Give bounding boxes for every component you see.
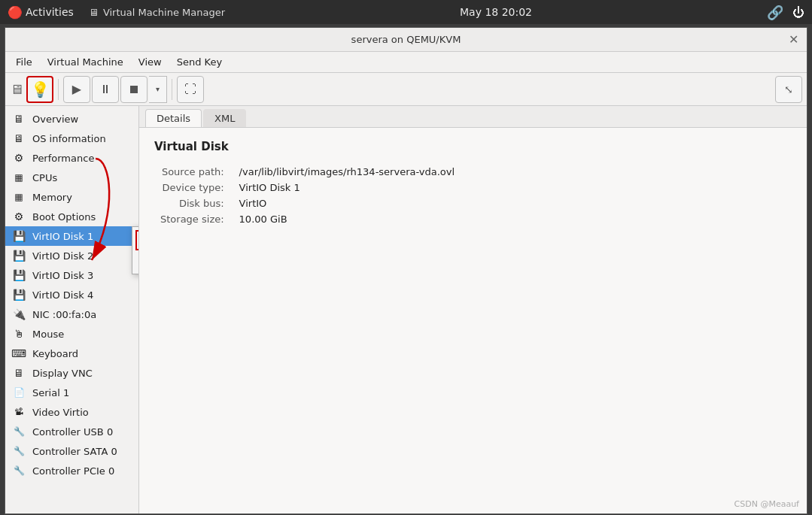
sidebar-label-cpus: CPUs [32, 172, 57, 183]
sidebar-item-boot-options[interactable]: ⚙ Boot Options [5, 207, 138, 226]
window-close-button[interactable]: ✕ [786, 32, 801, 47]
sidebar-item-virtio-disk-1[interactable]: 💾 VirtIO Disk 1 [5, 226, 138, 246]
context-menu-remove-hardware[interactable]: Remove Hardware [132, 252, 139, 272]
sidebar-label-controller-usb: Controller USB 0 [32, 426, 113, 438]
toolbar-separator-1 [58, 79, 59, 100]
table-row: Storage size: 10.00 GiB [154, 211, 461, 227]
disk1-icon: 💾 [11, 229, 26, 244]
memory-icon: ▦ [11, 189, 26, 204]
table-row: Device type: VirtIO Disk 1 [154, 180, 461, 195]
toolbar-fullscreen-button[interactable]: ⛶ [177, 76, 204, 103]
context-menu: Add Hardware Remove Hardware [132, 226, 139, 274]
sidebar-label-controller-pcie: Controller PCIe 0 [32, 465, 114, 477]
sidebar-item-performance[interactable]: ⚙ Performance [5, 148, 138, 168]
sidebar-item-virtio-disk-2[interactable]: 💾 VirtIO Disk 2 [5, 246, 138, 265]
window-titlebar: servera on QEMU/KVM ✕ [5, 28, 807, 52]
sata-icon: 🔧 [11, 444, 26, 459]
toolbar-pause-button[interactable]: ⏸ [92, 76, 119, 103]
sidebar-label-serial-1: Serial 1 [32, 387, 69, 398]
sidebar-item-controller-pcie[interactable]: 🔧 Controller PCIe 0 [5, 461, 138, 480]
resize-icon: ⤡ [784, 83, 793, 95]
field-value-storage-size: 10.00 GiB [233, 211, 461, 227]
sidebar-item-cpus[interactable]: ▦ CPUs [5, 168, 138, 187]
video-icon: 📽 [11, 404, 26, 420]
sidebar-item-keyboard[interactable]: ⌨ Keyboard [5, 344, 138, 363]
sidebar-item-nic[interactable]: 🔌 NIC :00:fa:0a [5, 304, 138, 324]
sidebar-label-virtio-disk-1: VirtIO Disk 1 [32, 231, 93, 242]
field-value-device-type: VirtIO Disk 1 [233, 180, 461, 195]
top-bar-left: 🔴 Activities [8, 5, 74, 20]
sidebar-label-video-virtio: Video Virtio [32, 407, 89, 418]
usb-icon: 🔧 [11, 424, 26, 439]
sidebar-label-memory: Memory [32, 192, 72, 203]
sidebar-label-boot-options: Boot Options [32, 211, 96, 223]
detail-table: Source path: /var/lib/libvirt/images/rh1… [154, 164, 461, 227]
tab-xml[interactable]: XML [203, 109, 246, 127]
toolbar-dropdown-button[interactable]: ▾ [149, 76, 167, 103]
activities-icon: 🔴 [8, 5, 23, 20]
field-label-device-type: Device type: [154, 180, 233, 195]
sidebar-label-virtio-disk-3: VirtIO Disk 3 [32, 270, 93, 281]
main-content: 🖥 Overview 🖥 OS information ⚙ Performanc… [5, 106, 807, 513]
sidebar-item-controller-sata[interactable]: 🔧 Controller SATA 0 [5, 441, 138, 461]
detail-content: Virtual Disk Source path: /var/lib/libvi… [139, 128, 807, 513]
power-icon[interactable]: ⏻ [792, 5, 804, 20]
toolbar-info-button[interactable]: 💡 [26, 76, 53, 103]
table-row: Source path: /var/lib/libvirt/images/rh1… [154, 164, 461, 180]
fullscreen-icon: ⛶ [184, 82, 196, 96]
tab-details[interactable]: Details [145, 109, 202, 127]
sidebar-label-overview: Overview [32, 114, 78, 125]
menu-file[interactable]: File [10, 54, 38, 70]
performance-icon: ⚙ [11, 150, 26, 165]
menubar: File Virtual Machine View Send Key [5, 52, 807, 73]
sidebar-item-overview[interactable]: 🖥 Overview [5, 109, 138, 129]
sidebar-label-virtio-disk-4: VirtIO Disk 4 [32, 289, 93, 301]
boot-icon: ⚙ [11, 209, 26, 224]
window-title: servera on QEMU/KVM [351, 34, 461, 45]
toolbar-play-button[interactable]: ▶ [63, 76, 90, 103]
menu-virtual-machine[interactable]: Virtual Machine [41, 54, 129, 70]
disk4-icon: 💾 [11, 287, 26, 302]
activities-label[interactable]: Activities [26, 6, 74, 18]
sidebar-item-mouse[interactable]: 🖱 Mouse [5, 324, 138, 344]
sidebar-label-keyboard: Keyboard [32, 348, 78, 359]
toolbar-stop-button[interactable]: ⏹ [120, 76, 147, 103]
sidebar-item-controller-usb[interactable]: 🔧 Controller USB 0 [5, 422, 138, 441]
toolbar-separator-2 [172, 79, 172, 100]
sidebar-item-display-vnc[interactable]: 🖥 Display VNC [5, 363, 138, 383]
toolbar-right-area: ⤡ [775, 76, 802, 103]
sidebar-label-display-vnc: Display VNC [32, 368, 93, 379]
nic-icon: 🔌 [11, 307, 26, 322]
sidebar-item-video-virtio[interactable]: 📽 Video Virtio [5, 402, 138, 422]
sidebar-label-virtio-disk-2: VirtIO Disk 2 [32, 250, 93, 262]
top-bar-app: 🖥 Virtual Machine Manager [89, 7, 225, 18]
sidebar-item-os-info[interactable]: 🖥 OS information [5, 129, 138, 148]
sidebar-item-memory[interactable]: ▦ Memory [5, 187, 138, 207]
sidebar-item-virtio-disk-4[interactable]: 💾 VirtIO Disk 4 [5, 285, 138, 304]
sidebar-label-os-info: OS information [32, 133, 106, 144]
window: servera on QEMU/KVM ✕ File Virtual Machi… [5, 27, 807, 514]
field-label-storage-size: Storage size: [154, 211, 233, 227]
serial-icon: 📄 [11, 385, 26, 400]
sidebar-item-virtio-disk-3[interactable]: 💾 VirtIO Disk 3 [5, 265, 138, 285]
keyboard-icon: ⌨ [11, 346, 26, 361]
context-menu-add-hardware[interactable]: Add Hardware [135, 230, 139, 250]
menu-send-key[interactable]: Send Key [171, 54, 228, 70]
field-label-source: Source path: [154, 164, 233, 180]
mouse-icon: 🖱 [11, 326, 26, 341]
pcie-icon: 🔧 [11, 463, 26, 478]
sidebar-label-nic: NIC :00:fa:0a [32, 309, 96, 320]
menu-view[interactable]: View [132, 54, 168, 70]
play-icon: ▶ [72, 82, 81, 96]
pause-icon: ⏸ [99, 82, 111, 96]
sidebar: 🖥 Overview 🖥 OS information ⚙ Performanc… [5, 106, 139, 513]
field-value-disk-bus: VirtIO [233, 195, 461, 211]
sidebar-item-serial-1[interactable]: 📄 Serial 1 [5, 383, 138, 402]
top-bar-right: 🔗 ⏻ [767, 5, 804, 20]
disk2-icon: 💾 [11, 248, 26, 263]
network-icon: 🔗 [767, 5, 783, 20]
detail-panel: Details XML Virtual Disk Source path: /v… [139, 106, 807, 513]
toolbar-resize-button[interactable]: ⤡ [775, 76, 802, 103]
dropdown-chevron-icon: ▾ [156, 85, 160, 93]
detail-title: Virtual Disk [154, 140, 792, 153]
